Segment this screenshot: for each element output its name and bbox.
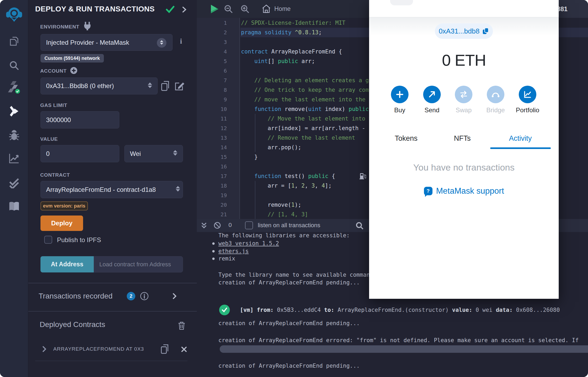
panel-success-check-icon (165, 5, 175, 14)
action-label: Send (416, 106, 448, 114)
tab-home[interactable]: Home (262, 4, 291, 14)
listen-transactions-label: listen on all transactions (258, 222, 320, 229)
static-analysis-icon[interactable] (0, 152, 28, 164)
transactions-expand-chevron-icon[interactable] (172, 293, 177, 300)
run-script-play-icon[interactable] (209, 4, 220, 14)
zoom-out-icon[interactable] (223, 4, 234, 14)
zoom-in-icon[interactable] (240, 4, 250, 14)
value-unit-select[interactable]: Wei (124, 145, 183, 162)
buy-action-button[interactable]: Buy (384, 86, 416, 114)
panel-collapse-chevron-icon[interactable] (181, 6, 187, 13)
metamask-popup: 0xA31...bdb8 0 ETH BuySendSwapBridgePort… (369, 0, 559, 299)
action-label: Portfolio (512, 106, 544, 114)
file-explorer-icon[interactable] (0, 36, 28, 48)
bridge-action-button[interactable]: Bridge (480, 86, 512, 114)
bullet-dot (212, 242, 215, 245)
gas-estimate-icon (359, 172, 366, 180)
code-line: function remove(uint index) public { (254, 104, 375, 114)
environment-info-icon[interactable]: i (180, 37, 182, 45)
plug-icon[interactable] (83, 21, 92, 31)
terminal-log-line[interactable]: The following libraries are accessible: (218, 232, 350, 239)
terminal-log-line[interactable]: Type the library name to see available c… (218, 271, 380, 279)
line-number: 13 (197, 133, 227, 143)
contract-value: ArrayReplaceFromEnd - contract-d1a8 (46, 186, 156, 193)
add-account-icon[interactable] (70, 67, 78, 74)
section-divider (28, 311, 197, 312)
code-line: arr[index] = arr[arr.length - 1]; (268, 123, 379, 133)
search-icon[interactable] (0, 60, 28, 71)
terminal-log-line[interactable]: creation of ArrayReplaceFromEnd pending.… (218, 319, 360, 327)
tab-activity[interactable]: Activity (494, 134, 547, 143)
line-number: 10 (197, 104, 227, 114)
environment-label: ENVIRONMENT (40, 24, 79, 30)
metamask-support-link[interactable]: ? MetaMask support (369, 186, 559, 196)
terminal-vm-log-line[interactable]: [vm] from: 0x5B3...eddC4 to: ArrayReplac… (240, 306, 560, 314)
code-line: uint[] public arr; (254, 56, 315, 66)
line-number: 17 (197, 171, 227, 181)
terminal-horizontal-scrollbar[interactable] (220, 345, 588, 353)
line-number: 11 (197, 114, 227, 123)
line-number: 14 (197, 143, 227, 152)
line-number: 19 (197, 190, 227, 200)
support-label: MetaMask support (436, 186, 504, 196)
line-number: 18 (197, 181, 227, 190)
bullet-dot (212, 258, 215, 260)
gas-limit-value: 3000000 (46, 116, 71, 124)
remix-logo-icon[interactable] (0, 6, 28, 23)
tab-tokens[interactable]: Tokens (379, 134, 433, 143)
clear-console-icon[interactable] (213, 221, 221, 229)
line-number: 16 (197, 162, 227, 171)
tab-nfts[interactable]: NFTs (436, 134, 489, 143)
account-select[interactable]: 0xA31...Bbdb8 (0 ether) (40, 77, 158, 94)
terminal-log-line[interactable]: web3 version 1.5.2 (218, 239, 279, 247)
remove-deployed-icon[interactable] (181, 346, 187, 353)
transactions-info-icon[interactable] (140, 292, 149, 301)
popup-header-button-partial[interactable] (390, 0, 413, 5)
copy-deployed-address-icon[interactable] (160, 344, 170, 354)
line-number: 8 (197, 85, 227, 95)
terminal-search-icon[interactable] (355, 221, 364, 230)
learneth-icon[interactable] (0, 201, 28, 213)
code-line: remove(1); (268, 200, 301, 210)
account-value: 0xA31...Bbdb8 (0 ether) (46, 82, 114, 90)
unit-testing-icon[interactable] (0, 176, 28, 188)
terminal-log-line[interactable]: ethers.js (218, 247, 249, 255)
load-contract-address-input[interactable]: Load contract from Address (94, 256, 183, 272)
at-address-button[interactable]: At Address (40, 256, 94, 272)
deployed-item-label[interactable]: ARRAYREPLACEFROMEND AT 0X3 (53, 346, 144, 352)
terminal-log-line[interactable]: creation of ArrayReplaceFromEnd errored:… (218, 336, 579, 344)
gas-limit-input[interactable]: 3000000 (40, 111, 119, 129)
panel-title: DEPLOY & RUN TRANSACTIONS (35, 5, 155, 13)
clear-deployed-trash-icon[interactable] (177, 321, 186, 330)
value-input[interactable]: 0 (40, 145, 119, 162)
terminal-collapse-icon[interactable] (201, 222, 207, 229)
deploy-and-run-icon[interactable] (0, 105, 28, 118)
copy-address-icon (482, 27, 489, 35)
copy-account-icon[interactable] (161, 80, 171, 92)
terminal-log-line[interactable]: creation of ArrayReplaceFromEnd pending.… (218, 362, 360, 370)
contract-select[interactable]: ArrayReplaceFromEnd - contract-d1a8 (40, 181, 183, 198)
action-label: Swap (448, 106, 480, 114)
support-question-icon: ? (424, 187, 432, 195)
debugger-icon[interactable] (0, 129, 28, 142)
account-address-pill[interactable]: 0xA31...bdb8 (435, 23, 493, 39)
publish-ipfs-checkbox[interactable] (44, 236, 52, 244)
terminal-log-line[interactable]: creation of ArrayReplaceFromEnd pending.… (218, 279, 360, 287)
send-action-button[interactable]: Send (416, 86, 448, 114)
remix-ide-window: DEPLOY & RUN TRANSACTIONS ENVIRONMENT In… (0, 0, 588, 377)
environment-select[interactable]: Injected Provider - MetaMask (40, 34, 173, 51)
portfolio-action-button[interactable]: Portfolio (512, 86, 544, 114)
deployed-item-chevron-icon[interactable] (42, 346, 47, 352)
environment-value: Injected Provider - MetaMask (46, 39, 129, 46)
home-tab-label: Home (274, 5, 291, 13)
swap-action-button[interactable]: Swap (448, 86, 480, 114)
line-number: 21 (197, 210, 227, 219)
listen-transactions-checkbox[interactable] (245, 221, 253, 229)
transactions-count-badge: 2 (127, 292, 135, 300)
edit-account-icon[interactable] (174, 81, 185, 92)
deploy-button[interactable]: Deploy (40, 216, 83, 231)
line-number: 7 (197, 76, 227, 85)
solidity-compiler-icon[interactable] (0, 81, 28, 94)
empty-transactions-text: You have no transactions (369, 162, 559, 173)
terminal-log-line[interactable]: remix (218, 255, 235, 263)
